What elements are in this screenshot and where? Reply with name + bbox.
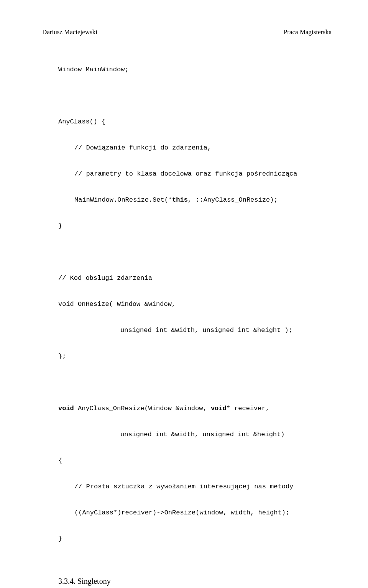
code-line: } [58, 222, 62, 230]
code-line: AnyClass_OnResize(Window &window, [74, 405, 211, 412]
code-line: // parametry to klasa docelowa oraz funk… [74, 170, 297, 177]
code-line: ((AnyClass*)receiver)->OnResize(window, … [74, 509, 289, 516]
code-line: // Prosta sztuczka z wywołaniem interesu… [74, 483, 293, 490]
code-line: , ::AnyClass_OnResize); [188, 196, 278, 204]
section-heading: 3.3.4. Singletony [42, 577, 332, 586]
document-page: Dariusz Maciejewski Praca Magisterska Wi… [0, 0, 368, 588]
code-line: // Dowiązanie funkcji do zdarzenia, [74, 144, 211, 151]
code-line: } [58, 535, 62, 542]
code-line: MainWindow.OnResize.Set(* [74, 196, 172, 204]
section-title: Singletony [77, 577, 111, 585]
header-author: Dariusz Maciejewski [42, 28, 97, 36]
code-keyword: void [211, 405, 227, 412]
code-line: Window MainWindow; [58, 66, 129, 73]
code-line: void OnResize( Window &window, [58, 301, 176, 308]
code-line: unsigned int &width, unsigned int &heigh… [120, 327, 292, 334]
code-line: // Kod obsługi zdarzenia [58, 274, 152, 282]
code-line: }; [58, 353, 66, 360]
header-title: Praca Magisterska [284, 28, 332, 36]
code-line: * receiver, [227, 405, 269, 412]
page-header: Dariusz Maciejewski Praca Magisterska [42, 28, 332, 37]
code-line: AnyClass() { [58, 118, 105, 125]
body-paragraphs: Niektóre elementy składowe gry powinny w… [42, 586, 332, 588]
code-keyword: void [58, 405, 74, 412]
code-line: { [58, 457, 62, 464]
paragraph: Niektóre elementy składowe gry powinny w… [42, 586, 332, 588]
code-line: unsigned int &width, unsigned int &heigh… [120, 431, 284, 438]
section-number: 3.3.4. [58, 577, 76, 585]
code-listing: Window MainWindow; AnyClass() { // Dowią… [42, 50, 332, 572]
code-keyword: this [172, 196, 188, 204]
